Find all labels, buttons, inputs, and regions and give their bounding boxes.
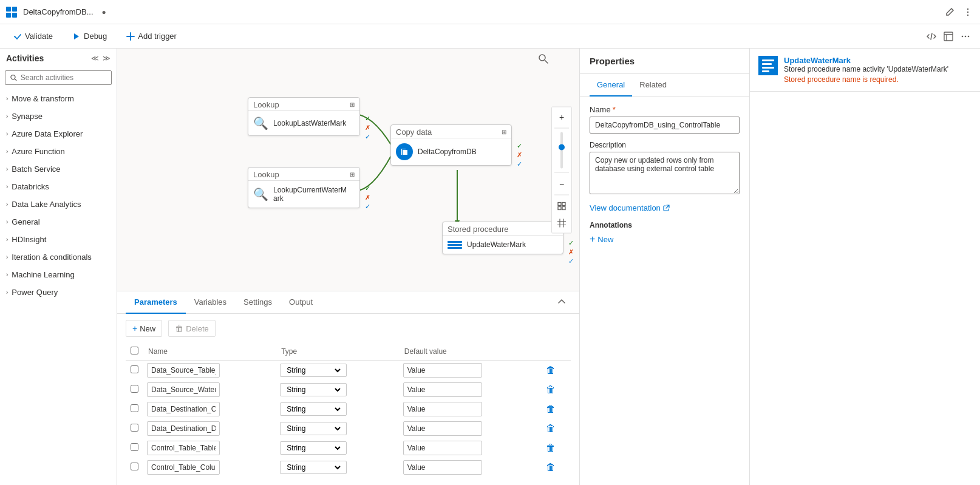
delete-row-button-3[interactable]: 🗑 (546, 423, 556, 434)
description-textarea[interactable] (590, 152, 740, 194)
new-param-button[interactable]: + New (126, 320, 162, 337)
lookup1-node[interactable]: Lookup ⊞ 🔍 LookupLastWaterMark ✓ ✗ ✓ (248, 97, 360, 136)
param-type-select-4[interactable]: String Bool Int Float Array Object Secur… (284, 443, 342, 453)
bottom-panel: Parameters Variables Settings Output + N… (117, 291, 579, 485)
param-type-select-5[interactable]: String Bool Int Float Array Object Secur… (284, 463, 342, 472)
select-all-checkbox[interactable] (131, 347, 138, 354)
param-type-select-2[interactable]: String Bool Int Float Array Object Secur… (284, 404, 342, 414)
notif-text-block: UpdateWaterMark Stored procedure name ac… (784, 56, 948, 84)
tab-settings[interactable]: Settings (235, 291, 281, 314)
resize-icon[interactable]: ⊞ (350, 171, 355, 178)
table-row: String Bool Int Float Array Object Secur… (126, 399, 571, 419)
param-name-input-1[interactable] (147, 382, 220, 397)
row-checkbox-2[interactable] (131, 404, 138, 412)
collapse-bottom-btn[interactable] (553, 293, 571, 313)
param-name-cell-1 (143, 380, 276, 399)
sidebar-item-general[interactable]: › General (0, 213, 117, 231)
table-icon[interactable] (942, 30, 954, 42)
param-type-select-wrap-2[interactable]: String Bool Int Float Array Object Secur… (280, 402, 347, 416)
add-trigger-button[interactable]: Add trigger (121, 29, 182, 43)
zoom-in-btn[interactable]: + (554, 109, 569, 124)
doc-link-text: View documentation (590, 203, 661, 212)
sidebar-item-synapse[interactable]: › Synapse (0, 107, 117, 125)
param-value-input-4[interactable] (403, 441, 482, 455)
canvas-search-btn[interactable] (538, 53, 549, 66)
tab-close-icon[interactable]: ● (102, 8, 106, 16)
sidebar-item-databricks[interactable]: › Databricks (0, 178, 117, 195)
row-checkbox-3[interactable] (131, 424, 138, 432)
param-type-select-wrap-0[interactable]: String Bool Int Float Array Object Secur… (280, 364, 347, 377)
param-name-input-2[interactable] (147, 402, 220, 416)
row-checkbox-4[interactable] (131, 443, 138, 451)
grid-toggle-btn[interactable] (554, 215, 569, 230)
param-type-select-0[interactable]: String Bool Int Float Array Object Secur… (284, 365, 342, 375)
canvas[interactable]: Lookup ⊞ 🔍 LookupLastWaterMark ✓ ✗ ✓ (117, 49, 579, 291)
name-input[interactable] (590, 117, 740, 134)
param-value-input-0[interactable] (403, 363, 482, 378)
sidebar-item-move-transform[interactable]: › Move & transform (0, 90, 117, 107)
more-options-icon[interactable] (959, 30, 971, 42)
row-checkbox-0[interactable] (131, 365, 138, 373)
row-checkbox-5[interactable] (131, 463, 138, 470)
sidebar-item-azure-data-explorer[interactable]: › Azure Data Explorer (0, 125, 117, 143)
zoom-out-btn[interactable]: − (554, 176, 569, 191)
debug-button[interactable]: Debug (67, 29, 112, 43)
collapse-left-icon[interactable]: ≪ (91, 54, 99, 63)
param-type-select-wrap-5[interactable]: String Bool Int Float Array Object Secur… (280, 461, 347, 474)
resize-icon[interactable]: ⊞ (502, 129, 506, 135)
sidebar-item-iteration[interactable]: › Iteration & conditionals (0, 248, 117, 266)
search-input[interactable] (21, 73, 106, 82)
delete-row-button-0[interactable]: 🗑 (546, 365, 556, 376)
add-annotation-button[interactable]: + New (590, 234, 613, 244)
toolbar-right-icons (925, 30, 971, 42)
param-name-input-3[interactable] (147, 421, 220, 436)
node-header: Lookup ⊞ (248, 168, 359, 181)
delete-row-button-4[interactable]: 🗑 (546, 443, 556, 453)
param-type-select-wrap-4[interactable]: String Bool Int Float Array Object Secur… (280, 441, 347, 455)
param-delete-cell-4: 🗑 (542, 438, 571, 458)
collapse-icon[interactable]: ≫ (103, 54, 111, 63)
tab-related[interactable]: Related (632, 74, 674, 97)
tab-general[interactable]: General (590, 74, 632, 97)
delete-param-button[interactable]: 🗑 Delete (168, 320, 216, 337)
param-type-select-wrap-3[interactable]: String Bool Int Float Array Object Secur… (280, 422, 347, 435)
edit-icon[interactable] (944, 6, 956, 18)
delete-row-button-2[interactable]: 🗑 (546, 404, 556, 415)
sidebar-item-power-query[interactable]: › Power Query (0, 283, 117, 301)
sidebar-item-data-lake[interactable]: › Data Lake Analytics (0, 195, 117, 213)
validate-label: Validate (25, 32, 53, 41)
param-type-select-1[interactable]: String Bool Int Float Array Object Secur… (284, 385, 342, 395)
more-icon[interactable] (962, 6, 974, 18)
code-icon[interactable] (925, 30, 937, 42)
resize-icon[interactable]: ⊞ (350, 101, 355, 108)
sidebar-item-hdinsight[interactable]: › HDInsight (0, 231, 117, 248)
tab-output[interactable]: Output (281, 291, 321, 314)
param-value-input-1[interactable] (403, 382, 482, 397)
param-type-select-3[interactable]: String Bool Int Float Array Object Secur… (284, 424, 342, 433)
param-name-input-5[interactable] (147, 460, 220, 475)
param-name-input-0[interactable] (147, 363, 220, 378)
lookup2-node[interactable]: Lookup ⊞ 🔍 LookupCurrentWaterM ark ✓ ✗ ✓ (248, 167, 360, 208)
copy-data-node[interactable]: Copy data ⊞ DeltaCopyfromDB ✓ ✗ ✓ (390, 124, 512, 166)
delete-row-button-5[interactable]: 🗑 (546, 462, 556, 473)
row-checkbox-1[interactable] (131, 385, 138, 393)
tab-variables[interactable]: Variables (186, 291, 235, 314)
delete-row-button-1[interactable]: 🗑 (546, 384, 556, 395)
view-documentation-link[interactable]: View documentation (590, 203, 740, 212)
tab-parameters[interactable]: Parameters (126, 291, 186, 314)
validate-button[interactable]: Validate (9, 29, 58, 43)
search-box[interactable] (5, 70, 112, 85)
sidebar-item-azure-function[interactable]: › Azure Function (0, 143, 117, 160)
stored-proc-node[interactable]: Stored procedure ⊞ UpdateWaterMark ✓ ✗ ✓ (442, 222, 563, 254)
param-name-input-4[interactable] (147, 441, 220, 455)
param-value-input-5[interactable] (403, 460, 482, 475)
fit-view-btn[interactable] (554, 198, 569, 213)
sidebar-item-batch-service[interactable]: › Batch Service (0, 160, 117, 178)
param-value-input-3[interactable] (403, 421, 482, 436)
sidebar-item-machine-learning[interactable]: › Machine Learning (0, 266, 117, 283)
zoom-slider[interactable] (560, 132, 563, 168)
param-delete-cell-2: 🗑 (542, 399, 571, 419)
param-type-select-wrap-1[interactable]: String Bool Int Float Array Object Secur… (280, 383, 347, 396)
top-bar-actions (944, 6, 974, 18)
param-value-input-2[interactable] (403, 402, 482, 416)
